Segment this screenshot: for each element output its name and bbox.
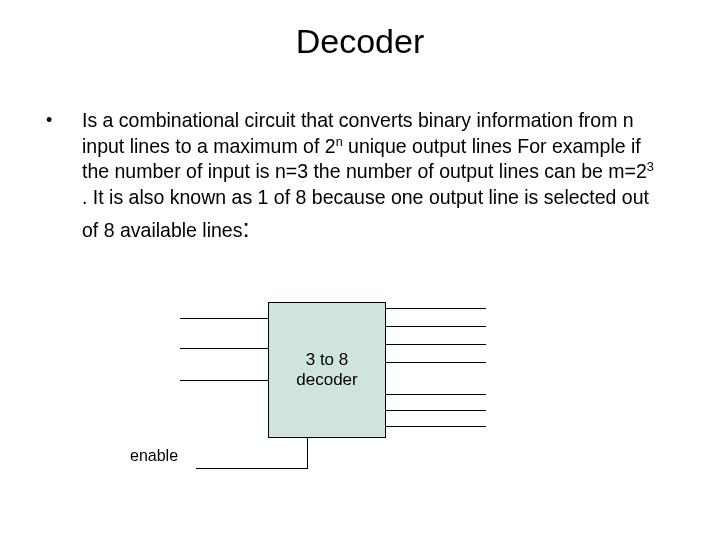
input-wire-2 [180,348,268,349]
output-wire-6 [386,410,486,411]
body-colon: : [242,213,249,243]
decoder-box-label: 3 to 8 decoder [268,350,386,389]
output-wire-3 [386,344,486,345]
sup-n: n [336,134,343,148]
enable-wire-v [307,438,308,469]
output-wire-5 [386,394,486,395]
body-text-3: . It is also known as 1 of 8 because one… [82,186,649,241]
sup-3: 3 [647,160,654,174]
bullet-icon: • [40,108,82,245]
body-paragraph: • Is a combinational circuit that conver… [40,108,660,245]
enable-label: enable [130,447,178,465]
enable-wire-h [196,468,308,469]
box-label-line2: decoder [296,370,357,389]
input-wire-3 [180,380,268,381]
page-title: Decoder [0,22,720,61]
output-wire-7 [386,426,486,427]
output-wire-1 [386,308,486,309]
input-wire-1 [180,318,268,319]
output-wire-2 [386,326,486,327]
output-wire-4 [386,362,486,363]
box-label-line1: 3 to 8 [306,350,349,369]
